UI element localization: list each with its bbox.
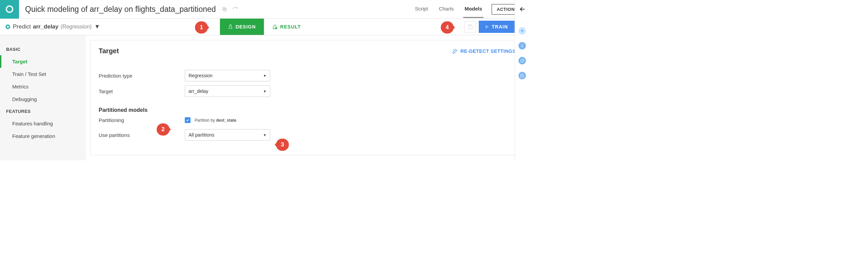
sidebar-item-target[interactable]: Target: [0, 55, 85, 68]
redetect-settings-button[interactable]: RE-DETECT SETTINGS: [452, 48, 516, 54]
prediction-type-value: Regression: [189, 73, 213, 78]
chevron-down-icon: ▼: [94, 23, 100, 30]
svg-point-0: [6, 6, 13, 13]
partitioning-label: Partitioning: [99, 117, 185, 123]
use-partitions-select[interactable]: All partitions ▼: [185, 129, 270, 141]
chevron-down-icon: ▼: [263, 74, 267, 78]
target-select[interactable]: arr_delay ▼: [185, 85, 270, 97]
svg-point-7: [522, 44, 522, 45]
partition-hint: Partition by dest_state.: [195, 118, 237, 123]
chevron-down-icon: ▼: [263, 89, 267, 93]
result-icon: [272, 24, 277, 29]
arrow-left-icon: [519, 5, 526, 13]
use-partitions-value: All partitions: [189, 132, 214, 138]
page-title: Quick modeling of arr_delay on flights_d…: [25, 5, 216, 14]
use-partitions-label: Use partitions: [99, 132, 185, 138]
nav-models[interactable]: Models: [463, 0, 484, 18]
sidebar-item-debugging[interactable]: Debugging: [0, 93, 85, 105]
save-button[interactable]: [465, 21, 476, 33]
logo[interactable]: [0, 0, 19, 19]
nav-script[interactable]: Script: [414, 0, 429, 18]
sidebar-item-features-handling[interactable]: Features handling: [0, 117, 85, 130]
flask-icon: [228, 24, 233, 29]
panel-title: Target: [99, 47, 119, 55]
chat-icon[interactable]: [518, 57, 526, 64]
train-button[interactable]: TRAIN: [479, 24, 514, 29]
target-value: arr_delay: [189, 88, 208, 94]
play-icon: [485, 24, 489, 29]
breadcrumb[interactable]: Predict arr_delay (Regression) ▼: [5, 23, 100, 30]
prediction-type-label: Prediction type: [99, 73, 185, 79]
refresh-icon[interactable]: [232, 5, 239, 13]
predict-prefix: Predict: [13, 23, 31, 30]
tab-result[interactable]: RESULT: [264, 19, 309, 35]
nav-charts[interactable]: Charts: [437, 0, 455, 18]
partitioned-models-heading: Partitioned models: [99, 107, 516, 113]
partitioning-checkbox[interactable]: [185, 117, 191, 123]
target-icon: [5, 24, 11, 30]
back-button[interactable]: [519, 5, 526, 13]
sidebar-item-train-test[interactable]: Train / Test Set: [0, 68, 85, 80]
chevron-down-icon: ▼: [263, 133, 267, 137]
svg-rect-8: [522, 45, 522, 47]
target-label: Target: [99, 88, 185, 94]
save-icon: [468, 24, 473, 29]
predict-target: arr_delay: [33, 23, 59, 30]
prediction-type-select[interactable]: Regression ▼: [185, 70, 270, 81]
copy-icon[interactable]: [221, 5, 228, 13]
right-rail: [515, 0, 529, 160]
svg-rect-6: [469, 25, 471, 26]
info-icon[interactable]: [518, 42, 526, 49]
svg-point-4: [7, 26, 9, 28]
history-icon[interactable]: [518, 72, 526, 79]
tab-result-label: RESULT: [280, 24, 301, 29]
train-label: TRAIN: [492, 24, 508, 29]
wand-icon: [452, 48, 458, 54]
check-icon: [186, 118, 190, 122]
sidebar-item-metrics[interactable]: Metrics: [0, 80, 85, 93]
sidebar-heading-basic: BASIC: [0, 43, 85, 55]
predict-suffix: (Regression): [61, 24, 92, 30]
sidebar-item-feature-generation[interactable]: Feature generation: [0, 130, 85, 142]
redetect-label: RE-DETECT SETTINGS: [460, 48, 516, 54]
add-icon[interactable]: [518, 27, 526, 35]
sidebar-heading-features: FEATURES: [0, 105, 85, 117]
tab-design-label: DESIGN: [236, 24, 256, 29]
tab-design[interactable]: DESIGN: [220, 19, 264, 35]
sidebar: BASIC Target Train / Test Set Metrics De…: [0, 35, 85, 160]
